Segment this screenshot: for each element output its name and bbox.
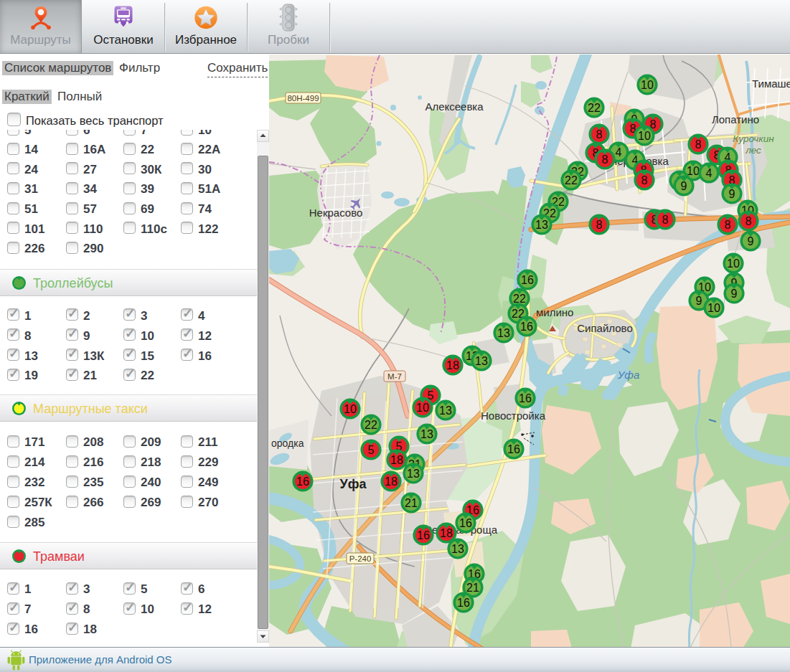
svg-text:8: 8 — [602, 153, 608, 166]
svg-text:Новостройка: Новостройка — [481, 410, 546, 422]
svg-text:9: 9 — [731, 288, 738, 300]
svg-text:4: 4 — [616, 146, 622, 158]
svg-text:10: 10 — [727, 257, 740, 270]
svg-text:милино: милино — [536, 306, 573, 318]
svg-text:22: 22 — [513, 293, 526, 305]
svg-text:13: 13 — [439, 404, 452, 417]
svg-text:21: 21 — [405, 497, 418, 509]
svg-text:Некрасово: Некрасово — [309, 207, 363, 219]
svg-text:10: 10 — [687, 165, 700, 177]
svg-text:22: 22 — [588, 102, 601, 114]
svg-text:Р-240: Р-240 — [349, 554, 372, 563]
svg-text:Уфа: Уфа — [340, 477, 367, 491]
svg-text:9: 9 — [681, 180, 687, 192]
svg-text:18: 18 — [390, 454, 403, 466]
svg-text:13: 13 — [407, 468, 420, 480]
svg-text:18: 18 — [440, 527, 453, 539]
svg-text:80Н-499: 80Н-499 — [287, 94, 319, 103]
svg-text:13: 13 — [497, 327, 510, 339]
svg-text:9: 9 — [729, 188, 735, 200]
svg-text:8: 8 — [596, 219, 603, 231]
svg-text:8: 8 — [641, 174, 648, 186]
svg-text:8: 8 — [725, 219, 731, 231]
svg-text:16: 16 — [296, 475, 309, 488]
svg-text:13: 13 — [451, 543, 464, 555]
svg-text:8: 8 — [662, 214, 669, 226]
svg-text:16: 16 — [521, 274, 534, 286]
svg-text:21: 21 — [466, 582, 479, 594]
svg-text:16: 16 — [507, 443, 520, 455]
svg-text:18: 18 — [446, 359, 459, 372]
svg-text:18: 18 — [385, 475, 398, 488]
svg-text:13: 13 — [535, 219, 548, 231]
svg-text:Лопатино: Лопатино — [712, 113, 759, 126]
svg-text:16: 16 — [459, 517, 472, 529]
svg-text:10: 10 — [641, 79, 654, 91]
svg-text:Сипайлово: Сипайлово — [577, 322, 632, 334]
svg-text:16: 16 — [417, 529, 430, 541]
svg-text:Алексеевка: Алексеевка — [425, 100, 484, 113]
svg-text:16: 16 — [519, 392, 532, 404]
svg-text:16: 16 — [520, 321, 533, 333]
svg-text:9: 9 — [696, 295, 702, 307]
svg-text:9: 9 — [748, 235, 754, 247]
svg-text:13: 13 — [475, 355, 488, 367]
svg-text:22: 22 — [565, 174, 578, 186]
svg-text:22: 22 — [365, 419, 377, 431]
svg-text:13: 13 — [420, 428, 433, 440]
svg-text:5: 5 — [368, 444, 375, 456]
svg-text:М-7: М-7 — [387, 372, 402, 381]
svg-text:10: 10 — [416, 402, 429, 414]
svg-text:лес: лес — [745, 145, 761, 156]
svg-text:4: 4 — [706, 167, 713, 179]
svg-text:10: 10 — [638, 130, 651, 142]
svg-text:10: 10 — [707, 302, 720, 314]
svg-text:Уфа: Уфа — [617, 369, 639, 381]
svg-text:8: 8 — [596, 128, 603, 141]
svg-text:Тимашев: Тимашев — [752, 77, 790, 90]
svg-text:ородка: ородка — [271, 437, 304, 449]
svg-text:8: 8 — [746, 215, 752, 227]
svg-text:Курочкин: Курочкин — [733, 133, 774, 144]
svg-text:10: 10 — [344, 403, 357, 415]
svg-text:16: 16 — [457, 597, 470, 609]
svg-text:8: 8 — [695, 138, 702, 151]
